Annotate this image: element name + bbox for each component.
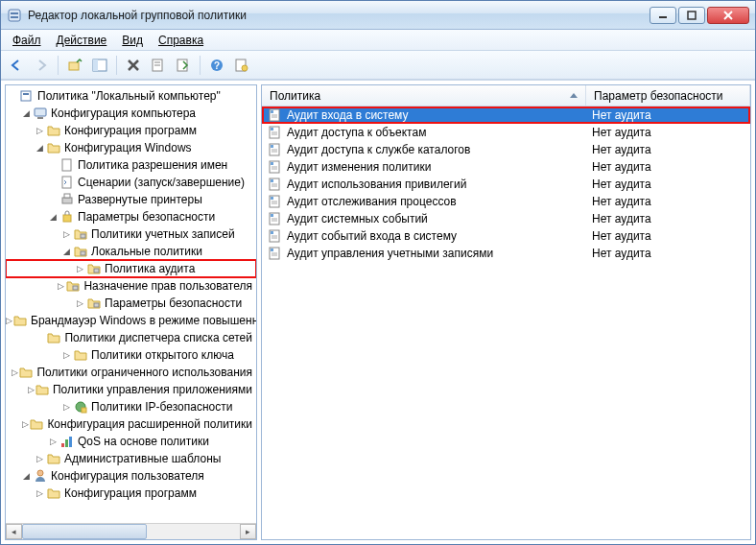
expand-icon[interactable]: ▷ <box>59 400 73 414</box>
list-row[interactable]: Аудит доступа к службе каталоговНет ауди… <box>262 141 750 158</box>
policy-item-icon <box>268 228 283 244</box>
tree-audit-policy-selected[interactable]: ▷Политика аудита <box>6 260 256 277</box>
svg-rect-1 <box>11 12 18 14</box>
list-row[interactable]: Аудит использования привилегийНет аудита <box>262 176 750 193</box>
svg-rect-15 <box>177 59 187 71</box>
delete-button[interactable] <box>122 54 145 77</box>
tree-item[interactable]: ▷Конфигурация расширенной политики <box>6 415 256 433</box>
param-cell: Нет аудита <box>586 229 750 243</box>
menu-view[interactable]: Вид <box>114 32 151 49</box>
expand-icon[interactable] <box>6 89 19 103</box>
list-row[interactable]: Аудит отслеживания процессовНет аудита <box>262 193 750 210</box>
tree-item[interactable]: ◢Конфигурация Windows <box>6 139 256 156</box>
list-body[interactable]: Аудит входа в системуНет аудитаАудит дос… <box>262 107 750 539</box>
tree-item[interactable]: ◢Локальные политики <box>6 243 256 260</box>
param-cell: Нет аудита <box>586 126 750 139</box>
help-button[interactable]: ? <box>205 54 228 77</box>
minimize-button[interactable] <box>650 7 676 24</box>
expand-icon[interactable]: ▷ <box>73 296 86 310</box>
export-button[interactable] <box>172 54 195 77</box>
svg-rect-69 <box>271 231 273 234</box>
svg-rect-53 <box>271 162 273 165</box>
expand-icon[interactable]: ▷ <box>46 435 59 448</box>
policy-item-icon <box>268 246 283 261</box>
tree-item[interactable]: ▷Параметры безопасности <box>6 295 256 312</box>
policy-cell: Аудит входа в систему <box>262 107 586 123</box>
expand-icon[interactable]: ▷ <box>28 383 35 396</box>
scroll-left-button[interactable]: ◂ <box>6 524 22 539</box>
scroll-thumb[interactable] <box>22 524 147 539</box>
column-param[interactable]: Параметр безопасности <box>586 85 750 106</box>
collapse-icon[interactable]: ◢ <box>46 210 59 224</box>
expand-icon[interactable]: ▷ <box>33 124 46 137</box>
expand-icon[interactable]: ▷ <box>56 279 65 293</box>
list-row[interactable]: Аудит изменения политикиНет аудита <box>262 158 750 176</box>
param-cell: Нет аудита <box>586 160 750 174</box>
svg-rect-33 <box>94 303 99 307</box>
tree-item[interactable]: ◢Параметры безопасности <box>6 208 256 225</box>
list-row[interactable]: Аудит входа в системуНет аудита <box>262 107 750 124</box>
expand-icon[interactable]: ▷ <box>22 417 29 431</box>
filter-button[interactable] <box>230 54 253 77</box>
tree-root[interactable]: Политика "Локальный компьютер" <box>6 87 256 105</box>
tree-item[interactable]: ▷Политики ограниченного использования <box>6 364 256 381</box>
tree-item[interactable]: ▷Конфигурация программ <box>6 485 256 502</box>
collapse-icon[interactable]: ◢ <box>33 141 46 154</box>
show-hide-tree-button[interactable] <box>88 54 111 77</box>
tree-item[interactable]: Сценарии (запуск/завершение) <box>6 174 256 191</box>
tree-item[interactable]: ▷Политики IP-безопасности <box>6 398 256 415</box>
column-policy[interactable]: Политика <box>262 85 586 106</box>
list-row[interactable]: Аудит событий входа в системуНет аудита <box>262 227 750 245</box>
tree-item[interactable]: Политики диспетчера списка сетей <box>6 329 256 346</box>
tree-item[interactable]: ▷Политики открытого ключа <box>6 346 256 364</box>
tree-user-config[interactable]: ◢Конфигурация пользователя <box>6 467 256 485</box>
policy-cell: Аудит отслеживания процессов <box>262 194 586 209</box>
scroll-right-button[interactable]: ▸ <box>240 524 256 539</box>
computer-icon <box>33 106 48 121</box>
expand-icon[interactable]: ▷ <box>33 486 46 500</box>
tree-item[interactable]: ▷Политики управления приложениями <box>6 381 256 398</box>
tree-item[interactable]: ▷Политики учетных записей <box>6 225 256 243</box>
list-row[interactable]: Аудит системных событийНет аудита <box>262 210 750 227</box>
menu-help[interactable]: Справка <box>151 32 211 49</box>
expand-icon[interactable]: ▷ <box>59 227 73 241</box>
tree-view[interactable]: Политика "Локальный компьютер" ◢ Конфигу… <box>6 85 256 523</box>
policy-name: Аудит управления учетными записями <box>287 247 493 260</box>
tree-item[interactable]: ▷Назначение прав пользователя <box>6 277 256 295</box>
tree-computer-config[interactable]: ◢ Конфигурация компьютера <box>6 105 256 122</box>
collapse-icon[interactable]: ◢ <box>59 245 73 258</box>
folder-lock-icon <box>86 261 102 276</box>
tree-item[interactable]: ▷QoS на основе политики <box>6 433 256 450</box>
forward-button[interactable] <box>30 54 53 77</box>
expand-icon[interactable]: ▷ <box>59 348 73 362</box>
tree-item[interactable]: Развернутые принтеры <box>6 191 256 208</box>
expand-icon[interactable]: ▷ <box>73 262 86 275</box>
folder-icon <box>46 330 61 345</box>
policy-item-icon <box>268 142 283 157</box>
tree-item[interactable]: Политика разрешения имен <box>6 156 256 174</box>
list-row[interactable]: Аудит управления учетными записямиНет ау… <box>262 245 750 262</box>
tree-item[interactable]: ▷Конфигурация программ <box>6 122 256 139</box>
expand-icon[interactable]: ▷ <box>6 314 12 327</box>
list-row[interactable]: Аудит доступа к объектамНет аудита <box>262 124 750 141</box>
svg-rect-7 <box>69 62 79 70</box>
tree-item[interactable]: ▷Административные шаблоны <box>6 450 256 467</box>
svg-rect-29 <box>81 234 85 238</box>
expand-icon[interactable]: ▷ <box>12 366 18 379</box>
collapse-icon[interactable]: ◢ <box>19 107 33 120</box>
maximize-button[interactable] <box>678 7 705 24</box>
param-cell: Нет аудита <box>586 108 750 122</box>
expand-icon[interactable]: ▷ <box>33 452 46 465</box>
folder-icon <box>46 140 61 155</box>
back-button[interactable] <box>5 54 28 77</box>
menu-file[interactable]: Файл <box>5 32 49 49</box>
svg-rect-49 <box>271 145 273 148</box>
menu-action[interactable]: Действие <box>49 32 115 49</box>
up-button[interactable] <box>63 54 86 77</box>
horizontal-scrollbar[interactable]: ◂ ▸ <box>6 523 256 539</box>
tree-item[interactable]: ▷Брандмауэр Windows в режиме повышенной <box>6 312 256 329</box>
properties-button[interactable] <box>147 54 170 77</box>
close-button[interactable] <box>707 7 749 24</box>
collapse-icon[interactable]: ◢ <box>19 469 33 483</box>
svg-rect-2 <box>11 16 18 18</box>
